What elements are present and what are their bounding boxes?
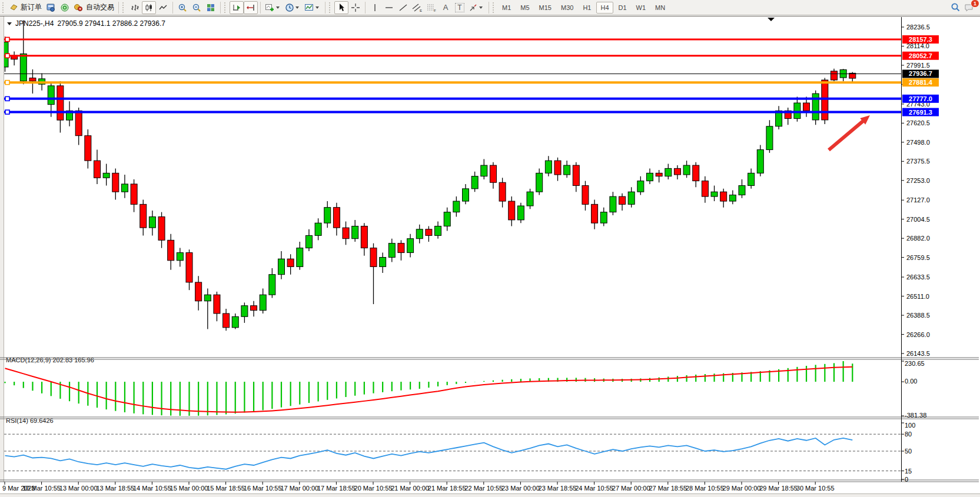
candlestick-chart-icon <box>144 3 154 12</box>
zoom-in-icon <box>178 3 188 12</box>
equidistant-channel-icon: E <box>412 3 423 12</box>
auto-scroll-button[interactable] <box>230 1 244 14</box>
search-button[interactable] <box>948 1 962 14</box>
timeframe-MN[interactable]: MN <box>651 2 669 14</box>
svg-text:27620.5: 27620.5 <box>906 119 930 126</box>
svg-text:27691.3: 27691.3 <box>909 109 932 116</box>
notifications-button[interactable]: 1 <box>962 1 976 14</box>
zoom-in-button[interactable] <box>175 1 190 14</box>
svg-text:26759.5: 26759.5 <box>906 254 930 261</box>
indicators-button[interactable] <box>263 1 283 14</box>
text-label-tool-button[interactable]: T <box>453 1 467 14</box>
timeframe-M1[interactable]: M1 <box>498 2 515 14</box>
svg-text:F: F <box>434 9 436 12</box>
timeframe-W1[interactable]: W1 <box>632 2 650 14</box>
periods-clock-icon <box>285 3 294 12</box>
timeframe-H1[interactable]: H1 <box>579 2 595 14</box>
horizontal-line-icon <box>384 3 394 12</box>
tile-windows-button[interactable] <box>204 1 218 14</box>
time-axis[interactable]: 9 Mar 202310 Mar 10:5513 Mar 00:0013 Mar… <box>2 482 835 492</box>
chart-window: JPN225-,H4 27905.9 27941.1 27886.2 27936… <box>0 16 980 497</box>
fibonacci-button[interactable]: F <box>424 1 438 14</box>
svg-text:26882.0: 26882.0 <box>906 235 930 242</box>
zoom-out-icon <box>192 3 202 12</box>
new-order-button[interactable]: 新订单 <box>8 1 44 14</box>
vertical-line-button[interactable] <box>368 1 382 14</box>
annotation-arrow[interactable] <box>829 115 870 150</box>
toolbar-drag-handle[interactable] <box>329 2 333 13</box>
window-bottom-strip <box>0 493 980 497</box>
auto-trading-button[interactable]: 自动交易 <box>72 1 116 14</box>
chart-shift-marker[interactable] <box>768 18 775 21</box>
arrows-tool-button[interactable] <box>467 1 486 14</box>
svg-text:28157.3: 28157.3 <box>909 36 932 43</box>
svg-text:15 Mar 18:55: 15 Mar 18:55 <box>207 485 245 492</box>
timeframe-H4[interactable]: H4 <box>596 2 613 14</box>
auto-scroll-icon <box>232 3 241 12</box>
bar-chart-button[interactable] <box>128 1 142 14</box>
new-order-label: 新订单 <box>21 2 42 12</box>
macd-pane: 230.650.00-381.38 <box>5 360 927 419</box>
svg-text:13 Mar 18:55: 13 Mar 18:55 <box>96 485 134 492</box>
dropdown-caret[interactable] <box>315 6 319 9</box>
chart-canvas[interactable]: 28236.528114.027991.527869.027743.027620… <box>0 16 980 497</box>
svg-text:24 Mar 10:55: 24 Mar 10:55 <box>575 485 613 492</box>
trendline-button[interactable] <box>396 1 410 14</box>
crosshair-button[interactable] <box>348 1 363 14</box>
fibonacci-icon: F <box>426 3 437 12</box>
dropdown-caret[interactable] <box>276 6 280 9</box>
templates-icon <box>304 3 314 12</box>
dropdown-caret[interactable] <box>479 6 483 9</box>
indicators-icon <box>265 3 275 12</box>
cursor-button[interactable] <box>334 1 348 14</box>
cursor-icon <box>337 3 346 12</box>
chart-shift-button[interactable] <box>244 1 258 14</box>
svg-text:50: 50 <box>905 448 912 455</box>
svg-text:0.00: 0.00 <box>905 378 917 385</box>
svg-text:20 Mar 10:55: 20 Mar 10:55 <box>354 485 393 492</box>
tile-windows-icon <box>206 3 215 12</box>
equidistant-channel-button[interactable]: E <box>410 1 424 14</box>
svg-text:27253.0: 27253.0 <box>906 177 930 184</box>
toolbar-drag-handle[interactable] <box>2 2 6 13</box>
zoom-out-button[interactable] <box>190 1 204 14</box>
horizontal-levels[interactable] <box>4 38 902 115</box>
search-icon <box>951 2 961 12</box>
vertical-line-icon <box>371 3 379 12</box>
toolbar-drag-handle[interactable] <box>122 2 127 13</box>
notification-badge: 1 <box>971 0 979 8</box>
svg-text:27 Mar 00:00: 27 Mar 00:00 <box>612 485 650 492</box>
toolbar-separator <box>325 2 325 14</box>
svg-text:15 Mar 00:00: 15 Mar 00:00 <box>170 485 208 492</box>
horizontal-line-button[interactable] <box>382 1 396 14</box>
new-order-icon <box>9 3 18 12</box>
toolbar-drag-handle[interactable] <box>493 2 497 13</box>
candlestick-chart-button[interactable] <box>142 1 156 14</box>
svg-text:27936.7: 27936.7 <box>909 70 932 77</box>
market-watch-button[interactable] <box>58 1 72 14</box>
timeframe-M5[interactable]: M5 <box>516 2 533 14</box>
text-tool-button[interactable]: A <box>438 1 453 14</box>
svg-text:10 Mar 10:55: 10 Mar 10:55 <box>22 485 61 492</box>
templates-button[interactable] <box>303 1 323 14</box>
timeframe-M30[interactable]: M30 <box>557 2 577 14</box>
svg-text:26388.5: 26388.5 <box>906 312 930 319</box>
svg-text:E: E <box>420 9 422 12</box>
toolbar-separator <box>118 2 119 14</box>
svg-text:21 Mar 00:00: 21 Mar 00:00 <box>391 485 429 492</box>
svg-text:17 Mar 18:55: 17 Mar 18:55 <box>317 485 356 492</box>
periods-button[interactable] <box>283 1 303 14</box>
mt4-window: 新订单 自动交易 <box>0 0 980 497</box>
timeframe-M15[interactable]: M15 <box>535 2 556 14</box>
toolbar-drag-handle[interactable] <box>224 2 228 13</box>
line-chart-button[interactable] <box>156 1 170 14</box>
timeframe-D1[interactable]: D1 <box>614 2 631 14</box>
profiles-button[interactable] <box>44 1 58 14</box>
auto-trading-label: 自动交易 <box>86 2 114 12</box>
bar-chart-icon <box>130 3 139 12</box>
svg-text:230.65: 230.65 <box>905 360 925 367</box>
candlestick-series <box>2 20 856 331</box>
svg-text:27881.4: 27881.4 <box>909 79 933 86</box>
price-axis[interactable]: 28236.528114.027991.527869.027743.027620… <box>902 24 939 357</box>
dropdown-caret[interactable] <box>295 6 299 9</box>
